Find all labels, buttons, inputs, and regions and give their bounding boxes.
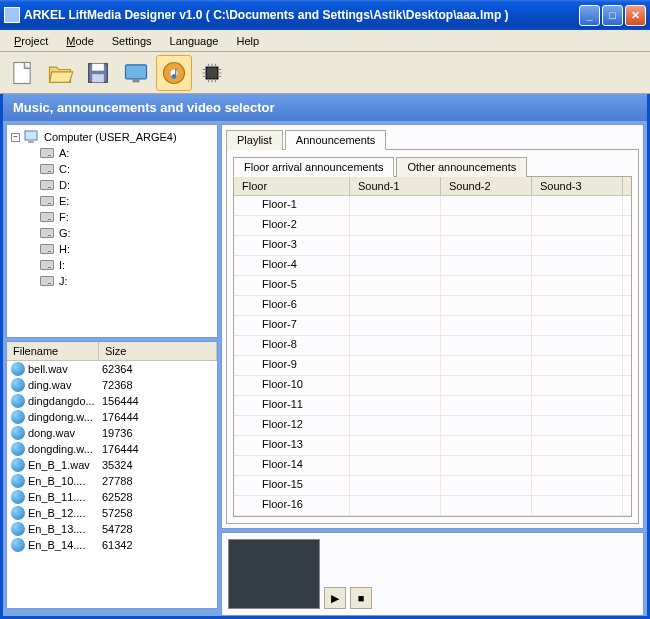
cell-sound3[interactable] — [532, 336, 623, 355]
grid-row[interactable]: Floor-6 — [234, 296, 631, 316]
minimize-button[interactable]: _ — [579, 5, 600, 26]
tab-playlist[interactable]: Playlist — [226, 130, 283, 150]
audio-button[interactable] — [156, 55, 192, 91]
new-button[interactable] — [4, 55, 40, 91]
grid-col-sound1[interactable]: Sound-1 — [350, 177, 441, 195]
subtab-floor-arrival[interactable]: Floor arrival announcements — [233, 157, 394, 177]
cell-sound2[interactable] — [441, 476, 532, 495]
grid-row[interactable]: Floor-16 — [234, 496, 631, 516]
cell-sound2[interactable] — [441, 356, 532, 375]
file-row[interactable]: ding.wav72368 — [7, 377, 217, 393]
grid-row[interactable]: Floor-4 — [234, 256, 631, 276]
cell-sound3[interactable] — [532, 356, 623, 375]
tree-drive[interactable]: F: — [39, 209, 213, 225]
cell-sound2[interactable] — [441, 496, 532, 515]
cell-sound3[interactable] — [532, 236, 623, 255]
file-row[interactable]: dingdangdo...156444 — [7, 393, 217, 409]
drive-tree[interactable]: − Computer (USER_ARGE4) A:C:D:E:F:G:H:I:… — [6, 124, 218, 338]
cell-sound1[interactable] — [350, 196, 441, 215]
tree-drive[interactable]: I: — [39, 257, 213, 273]
menu-language[interactable]: Language — [162, 33, 227, 49]
cell-sound2[interactable] — [441, 256, 532, 275]
cell-sound2[interactable] — [441, 336, 532, 355]
tree-drive[interactable]: E: — [39, 193, 213, 209]
cell-sound3[interactable] — [532, 316, 623, 335]
grid-row[interactable]: Floor-15 — [234, 476, 631, 496]
tree-root[interactable]: − Computer (USER_ARGE4) — [11, 129, 213, 145]
grid-row[interactable]: Floor-12 — [234, 416, 631, 436]
cell-sound2[interactable] — [441, 316, 532, 335]
menu-settings[interactable]: Settings — [104, 33, 160, 49]
file-row[interactable]: En_B_11....62528 — [7, 489, 217, 505]
cell-sound3[interactable] — [532, 216, 623, 235]
file-row[interactable]: dongding.w...176444 — [7, 441, 217, 457]
cell-sound1[interactable] — [350, 216, 441, 235]
cell-sound2[interactable] — [441, 396, 532, 415]
grid-row[interactable]: Floor-7 — [234, 316, 631, 336]
maximize-button[interactable]: □ — [602, 5, 623, 26]
cell-sound2[interactable] — [441, 236, 532, 255]
cell-sound3[interactable] — [532, 416, 623, 435]
open-button[interactable] — [42, 55, 78, 91]
cell-sound3[interactable] — [532, 476, 623, 495]
tree-drive[interactable]: C: — [39, 161, 213, 177]
stop-button[interactable]: ■ — [350, 587, 372, 609]
cell-sound1[interactable] — [350, 236, 441, 255]
cell-sound2[interactable] — [441, 376, 532, 395]
tree-drive[interactable]: G: — [39, 225, 213, 241]
grid-row[interactable]: Floor-2 — [234, 216, 631, 236]
save-button[interactable] — [80, 55, 116, 91]
file-row[interactable]: dingdong.w...176444 — [7, 409, 217, 425]
chip-button[interactable] — [194, 55, 230, 91]
menu-project[interactable]: Project — [6, 33, 56, 49]
subtab-other[interactable]: Other announcements — [396, 157, 527, 177]
tree-drive[interactable]: H: — [39, 241, 213, 257]
cell-sound1[interactable] — [350, 376, 441, 395]
tab-announcements[interactable]: Announcements — [285, 130, 387, 150]
cell-sound1[interactable] — [350, 356, 441, 375]
grid-row[interactable]: Floor-13 — [234, 436, 631, 456]
cell-sound1[interactable] — [350, 316, 441, 335]
cell-sound3[interactable] — [532, 276, 623, 295]
cell-sound2[interactable] — [441, 436, 532, 455]
grid-row[interactable]: Floor-9 — [234, 356, 631, 376]
cell-sound3[interactable] — [532, 496, 623, 515]
tree-drive[interactable]: D: — [39, 177, 213, 193]
cell-sound1[interactable] — [350, 256, 441, 275]
col-size[interactable]: Size — [99, 342, 217, 360]
cell-sound1[interactable] — [350, 436, 441, 455]
cell-sound3[interactable] — [532, 376, 623, 395]
cell-sound2[interactable] — [441, 456, 532, 475]
grid-row[interactable]: Floor-11 — [234, 396, 631, 416]
cell-sound1[interactable] — [350, 396, 441, 415]
grid-row[interactable]: Floor-3 — [234, 236, 631, 256]
cell-sound1[interactable] — [350, 336, 441, 355]
cell-sound2[interactable] — [441, 216, 532, 235]
cell-sound1[interactable] — [350, 276, 441, 295]
close-button[interactable]: ✕ — [625, 5, 646, 26]
menu-mode[interactable]: Mode — [58, 33, 102, 49]
cell-sound1[interactable] — [350, 296, 441, 315]
cell-sound3[interactable] — [532, 196, 623, 215]
cell-sound3[interactable] — [532, 436, 623, 455]
grid-row[interactable]: Floor-5 — [234, 276, 631, 296]
file-row[interactable]: bell.wav62364 — [7, 361, 217, 377]
grid-col-sound3[interactable]: Sound-3 — [532, 177, 623, 195]
file-row[interactable]: En_B_1.wav35324 — [7, 457, 217, 473]
col-filename[interactable]: Filename — [7, 342, 99, 360]
cell-sound1[interactable] — [350, 456, 441, 475]
cell-sound2[interactable] — [441, 416, 532, 435]
cell-sound2[interactable] — [441, 296, 532, 315]
cell-sound3[interactable] — [532, 456, 623, 475]
tree-drive[interactable]: A: — [39, 145, 213, 161]
grid-col-sound2[interactable]: Sound-2 — [441, 177, 532, 195]
grid-row[interactable]: Floor-14 — [234, 456, 631, 476]
file-row[interactable]: En_B_12....57258 — [7, 505, 217, 521]
cell-sound1[interactable] — [350, 476, 441, 495]
play-button[interactable]: ▶ — [324, 587, 346, 609]
cell-sound1[interactable] — [350, 416, 441, 435]
cell-sound3[interactable] — [532, 256, 623, 275]
grid-body[interactable]: Floor-1Floor-2Floor-3Floor-4Floor-5Floor… — [234, 196, 631, 516]
monitor-button[interactable] — [118, 55, 154, 91]
file-row[interactable]: En_B_13....54728 — [7, 521, 217, 537]
